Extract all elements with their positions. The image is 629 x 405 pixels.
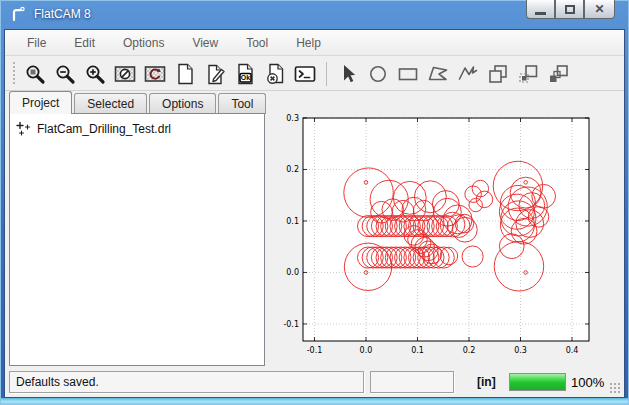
menu-item-options[interactable]: Options	[113, 32, 174, 54]
copy-objects-icon	[486, 62, 510, 86]
maximize-icon	[565, 5, 575, 14]
minimize-button[interactable]	[526, 0, 555, 19]
draw-circle-button[interactable]	[363, 60, 393, 88]
y-tick-label: 0.1	[286, 217, 299, 226]
edit-object-icon	[203, 62, 227, 86]
tab-tool[interactable]: Tool	[218, 93, 266, 114]
copy-objects-button[interactable]	[483, 60, 513, 88]
ok-badge-label: Ok	[241, 74, 250, 81]
status-aux-panel	[370, 371, 454, 393]
menu-item-view[interactable]: View	[182, 32, 228, 54]
drill-object-icon	[16, 121, 32, 137]
menu-item-file[interactable]: File	[17, 32, 56, 54]
menu-item-tool[interactable]: Tool	[236, 32, 278, 54]
flatcam-logo-icon	[9, 5, 27, 23]
toolbar-separator	[326, 62, 327, 86]
draw-circle-icon	[366, 62, 390, 86]
units-label: [in]	[477, 375, 496, 389]
delete-object-icon	[263, 62, 287, 86]
x-tick-label: 0.0	[360, 346, 373, 355]
new-file-icon	[173, 62, 197, 86]
zoom-fit-button[interactable]	[20, 60, 50, 88]
close-icon: ✕	[594, 3, 604, 15]
draw-polygon-icon	[426, 62, 450, 86]
y-tick-label: 0.0	[286, 268, 299, 277]
project-tree[interactable]: FlatCam_Drilling_Test.drl	[9, 113, 265, 366]
draw-path-icon	[456, 62, 480, 86]
save-ok-icon: Ok	[233, 62, 257, 86]
minimize-icon	[535, 12, 546, 15]
plot-canvas[interactable]: -0.10.00.10.20.30.4-0.10.00.10.20.3	[263, 93, 623, 367]
move-objects-button[interactable]	[543, 60, 573, 88]
menu-item-edit[interactable]: Edit	[64, 32, 105, 54]
clear-plot-icon	[113, 62, 137, 86]
x-tick-label: 0.1	[411, 346, 424, 355]
zoom-out-icon	[53, 62, 77, 86]
x-tick-label: -0.1	[307, 346, 323, 355]
delete-object-button[interactable]	[260, 60, 290, 88]
draw-rectangle-button[interactable]	[393, 60, 423, 88]
window-title: FlatCAM 8	[34, 7, 91, 21]
progress-percent-label: 100%	[571, 375, 604, 390]
draw-path-button[interactable]	[453, 60, 483, 88]
zoom-in-icon	[83, 62, 107, 86]
copy-drill-button[interactable]	[513, 60, 543, 88]
zoom-in-button[interactable]	[80, 60, 110, 88]
shell-button[interactable]	[290, 60, 320, 88]
zoom-out-button[interactable]	[50, 60, 80, 88]
toolbar-drag-handle[interactable]	[11, 62, 16, 86]
status-message-panel: Defaults saved.	[9, 371, 364, 393]
y-tick-label: 0.3	[286, 114, 299, 123]
title-bar[interactable]: FlatCAM 8 ✕	[0, 0, 629, 29]
y-tick-label: -0.1	[283, 320, 299, 329]
toolbar: Ok	[5, 57, 624, 91]
client-area: FileEditOptionsViewToolHelp	[4, 29, 625, 398]
select-arrow-icon	[336, 62, 360, 86]
replot-button[interactable]	[140, 60, 170, 88]
draw-polygon-button[interactable]	[423, 60, 453, 88]
select-tool-button[interactable]	[333, 60, 363, 88]
x-tick-label: 0.2	[463, 346, 476, 355]
x-tick-label: 0.4	[566, 346, 579, 355]
tab-project[interactable]: Project	[9, 91, 72, 114]
clear-plot-button[interactable]	[110, 60, 140, 88]
left-panel-tabs: ProjectSelectedOptionsTool	[9, 91, 268, 114]
window-controls: ✕	[526, 0, 615, 19]
menu-item-help[interactable]: Help	[286, 32, 331, 54]
close-button[interactable]: ✕	[584, 0, 615, 19]
resize-grip-icon[interactable]	[609, 382, 621, 394]
maximize-button[interactable]	[555, 0, 584, 19]
save-ok-button[interactable]: Ok	[230, 60, 260, 88]
zoom-fit-icon	[23, 62, 47, 86]
status-bar: Defaults saved. [in] 100%	[5, 367, 624, 397]
new-file-button[interactable]	[170, 60, 200, 88]
tree-item-label: FlatCam_Drilling_Test.drl	[37, 122, 171, 136]
shell-icon	[293, 62, 317, 86]
y-tick-label: 0.2	[286, 165, 299, 174]
tab-options[interactable]: Options	[149, 93, 216, 114]
replot-icon	[143, 62, 167, 86]
status-message: Defaults saved.	[16, 375, 99, 389]
copy-drill-icon	[516, 62, 540, 86]
move-objects-icon	[546, 62, 570, 86]
draw-rectangle-icon	[396, 62, 420, 86]
progress-fill	[510, 374, 565, 390]
progress-bar	[509, 373, 566, 391]
app-window: FlatCAM 8 ✕ FileEditOptionsViewToolHelp	[0, 0, 629, 405]
tree-item[interactable]: FlatCam_Drilling_Test.drl	[14, 119, 260, 138]
edit-object-button[interactable]	[200, 60, 230, 88]
menu-bar: FileEditOptionsViewToolHelp	[5, 30, 624, 56]
x-tick-label: 0.3	[514, 346, 527, 355]
tab-selected[interactable]: Selected	[74, 93, 147, 114]
drill-plot: -0.10.00.10.20.30.4-0.10.00.10.20.3	[263, 93, 623, 367]
